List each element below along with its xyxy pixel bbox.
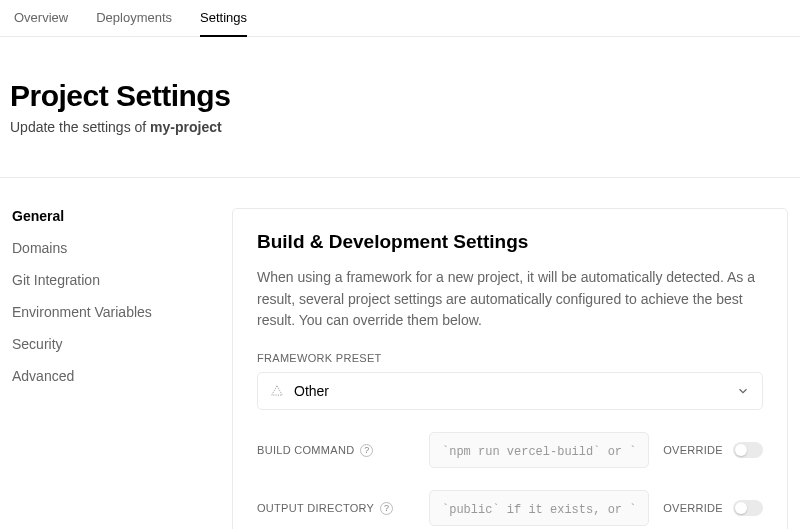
project-name: my-project xyxy=(150,119,222,135)
page-subtitle: Update the settings of my-project xyxy=(10,119,800,135)
card-title: Build & Development Settings xyxy=(257,231,763,253)
settings-sidebar: General Domains Git Integration Environm… xyxy=(12,208,192,529)
header: Project Settings Update the settings of … xyxy=(0,37,800,177)
build-command-row: BUILD COMMAND ? OVERRIDE xyxy=(257,432,763,468)
tab-settings[interactable]: Settings xyxy=(200,10,247,37)
framework-preset-select[interactable]: Other xyxy=(257,372,763,410)
help-icon[interactable]: ? xyxy=(380,502,393,515)
override-label: OVERRIDE xyxy=(663,502,723,514)
build-settings-card: Build & Development Settings When using … xyxy=(232,208,788,529)
page-title: Project Settings xyxy=(10,79,800,113)
sidebar-item-advanced[interactable]: Advanced xyxy=(12,368,192,384)
top-nav: Overview Deployments Settings xyxy=(0,0,800,37)
output-directory-override-toggle[interactable] xyxy=(733,500,763,516)
framework-other-icon xyxy=(270,384,284,398)
chevron-down-icon xyxy=(736,384,750,398)
sidebar-item-domains[interactable]: Domains xyxy=(12,240,192,256)
build-command-override-toggle[interactable] xyxy=(733,442,763,458)
sidebar-item-git-integration[interactable]: Git Integration xyxy=(12,272,192,288)
sidebar-item-security[interactable]: Security xyxy=(12,336,192,352)
sidebar-item-general[interactable]: General xyxy=(12,208,192,224)
override-label: OVERRIDE xyxy=(663,444,723,456)
card-description: When using a framework for a new project… xyxy=(257,267,763,332)
build-command-label: BUILD COMMAND ? xyxy=(257,444,415,457)
output-directory-label: OUTPUT DIRECTORY ? xyxy=(257,502,415,515)
output-directory-input[interactable] xyxy=(429,490,649,526)
sidebar-item-environment-variables[interactable]: Environment Variables xyxy=(12,304,192,320)
output-directory-row: OUTPUT DIRECTORY ? OVERRIDE xyxy=(257,490,763,526)
tab-overview[interactable]: Overview xyxy=(14,10,68,36)
framework-preset-label: FRAMEWORK PRESET xyxy=(257,352,763,364)
build-command-input[interactable] xyxy=(429,432,649,468)
help-icon[interactable]: ? xyxy=(360,444,373,457)
tab-deployments[interactable]: Deployments xyxy=(96,10,172,36)
svg-marker-0 xyxy=(272,386,283,395)
framework-preset-value: Other xyxy=(294,383,329,399)
